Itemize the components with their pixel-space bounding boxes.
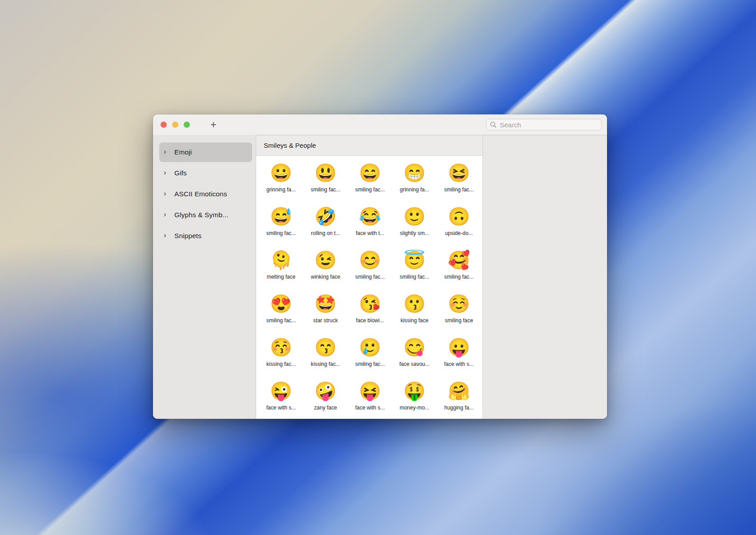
sidebar-item-emoji[interactable]: › Emoji xyxy=(159,142,252,162)
emoji-label: smiling face xyxy=(445,317,473,324)
emoji-cell[interactable]: 😁 grinning fa... xyxy=(392,156,437,199)
emoji-cell[interactable]: 🫠 melting face xyxy=(259,243,303,287)
emoji-cell[interactable]: 😋 face savou... xyxy=(392,330,437,374)
detail-panel xyxy=(483,135,607,419)
search-input[interactable] xyxy=(499,121,598,129)
new-tab-button[interactable]: + xyxy=(208,120,219,129)
emoji-glyph: 😛 xyxy=(448,336,470,359)
emoji-cell[interactable]: 😗 kissing face xyxy=(392,287,437,330)
emoji-label: grinning fa... xyxy=(266,186,296,193)
emoji-cell[interactable]: 🤪 zany face xyxy=(303,374,348,417)
emoji-glyph: 😗 xyxy=(403,292,426,315)
emoji-cell[interactable]: 😄 smiling fac... xyxy=(348,156,392,199)
emoji-cell[interactable]: 🥰 smiling fac... xyxy=(437,243,481,287)
sidebar-item-label: Gifs xyxy=(174,169,187,177)
emoji-glyph: 😘 xyxy=(359,292,381,315)
emoji-label: smiling fac... xyxy=(355,186,385,193)
emoji-cell[interactable]: 😝 face with s... xyxy=(348,374,392,417)
emoji-grid: 😀 grinning fa... 😃 smiling fac... 😄 smil… xyxy=(256,156,483,419)
search-field[interactable] xyxy=(486,119,602,130)
zoom-button[interactable] xyxy=(184,122,190,128)
emoji-cell[interactable]: 😚 kissing fac... xyxy=(259,330,303,374)
emoji-label: smiling fac... xyxy=(444,186,474,193)
emoji-cell[interactable]: 😂 face with t... xyxy=(348,199,392,243)
sidebar-item-glyphs-symb[interactable]: › Glyphs & Symb... xyxy=(159,205,252,225)
emoji-cell[interactable]: 😉 winking face xyxy=(303,243,348,287)
minimize-button[interactable] xyxy=(172,122,178,128)
emoji-cell[interactable]: 🤗 hugging fa... xyxy=(437,374,481,417)
sidebar-list: › Emoji › Gifs › ASCII Emoticons › Glyph… xyxy=(153,142,256,246)
emoji-cell[interactable]: 🤣 rolling on t... xyxy=(303,199,348,243)
close-button[interactable] xyxy=(161,122,167,128)
emoji-glyph: 🥰 xyxy=(448,248,470,272)
emoji-label: smiling fac... xyxy=(266,317,296,324)
emoji-label: slightly sm... xyxy=(400,230,429,237)
emoji-glyph: 🤣 xyxy=(314,205,337,228)
emoji-cell[interactable]: 🙂 slightly sm... xyxy=(392,199,437,243)
emoji-cell[interactable]: 🙃 upside-do... xyxy=(437,199,481,243)
emoji-glyph: 😜 xyxy=(270,379,292,402)
emoji-label: face with s... xyxy=(355,404,385,411)
emoji-label: kissing face xyxy=(401,317,429,324)
sidebar-item-label: Glyphs & Symb... xyxy=(174,211,228,219)
emoji-label: smiling fac... xyxy=(355,273,385,280)
emoji-cell[interactable]: 😜 face with s... xyxy=(259,374,303,417)
emoji-cell[interactable]: 🤑 money-mo... xyxy=(392,374,437,417)
emoji-glyph: 😝 xyxy=(359,379,381,402)
emoji-glyph: 😂 xyxy=(359,205,381,228)
emoji-label: face with s... xyxy=(266,404,296,411)
emoji-cell[interactable]: 😃 smiling fac... xyxy=(303,156,348,199)
emoji-cell[interactable]: ☺️ smiling face xyxy=(437,287,481,330)
emoji-label: star struck xyxy=(313,317,338,324)
emoji-cell[interactable]: 😇 smiling fac... xyxy=(392,243,437,287)
emoji-picker-window: + › Emoji › Gifs › ASCII Emoticons › Gly… xyxy=(153,114,607,419)
sidebar-item-snippets[interactable]: › Snippets xyxy=(159,226,252,246)
emoji-label: face blowi... xyxy=(356,317,384,324)
emoji-glyph: 😃 xyxy=(314,161,337,184)
chevron-right-icon: › xyxy=(164,231,174,240)
chevron-right-icon: › xyxy=(164,147,174,156)
window-titlebar[interactable]: + xyxy=(153,114,607,135)
sidebar-item-label: Snippets xyxy=(174,232,201,240)
emoji-cell[interactable]: 😘 face blowi... xyxy=(348,287,392,330)
emoji-glyph: 😁 xyxy=(403,161,426,184)
traffic-lights xyxy=(161,122,190,128)
emoji-label: face with s... xyxy=(444,361,474,368)
emoji-cell[interactable]: 😍 smiling fac... xyxy=(259,287,303,330)
emoji-glyph: 🤪 xyxy=(314,379,337,402)
sidebar-item-gifs[interactable]: › Gifs xyxy=(159,163,252,183)
emoji-label: rolling on t... xyxy=(311,230,340,237)
emoji-glyph: 😀 xyxy=(270,161,292,184)
emoji-cell[interactable]: 🤩 star struck xyxy=(303,287,348,330)
emoji-cell[interactable]: 😅 smiling fac... xyxy=(259,199,303,243)
emoji-cell[interactable]: 😊 smiling fac... xyxy=(348,243,392,287)
emoji-label: grinning fa... xyxy=(400,186,429,193)
emoji-glyph: 🤩 xyxy=(314,292,337,315)
emoji-label: smiling fac... xyxy=(400,273,430,280)
emoji-cell[interactable]: 😙 kissing fac... xyxy=(303,330,348,374)
section-title: Smileys & People xyxy=(264,142,316,149)
emoji-label: money-mo... xyxy=(400,404,430,411)
emoji-label: kissing fac... xyxy=(311,361,340,368)
sidebar-item-ascii-emoticons[interactable]: › ASCII Emoticons xyxy=(159,184,252,204)
emoji-glyph: 🫠 xyxy=(270,248,292,272)
emoji-glyph: 😋 xyxy=(403,336,426,359)
emoji-label: smiling fac... xyxy=(444,273,474,280)
emoji-cell[interactable]: 😆 smiling fac... xyxy=(437,156,481,199)
sidebar-item-label: Emoji xyxy=(174,148,192,156)
emoji-label: face with t... xyxy=(356,230,384,237)
emoji-cell[interactable]: 🥲 smiling fac... xyxy=(348,330,392,374)
emoji-label: hugging fa... xyxy=(444,404,474,411)
emoji-glyph: 😚 xyxy=(270,336,292,359)
emoji-glyph: 🙃 xyxy=(448,205,470,228)
main-panel: Smileys & People 😀 grinning fa... 😃 smil… xyxy=(256,135,483,419)
window-content: › Emoji › Gifs › ASCII Emoticons › Glyph… xyxy=(153,135,607,419)
emoji-glyph: 😅 xyxy=(270,205,292,228)
emoji-glyph: 🥲 xyxy=(359,336,381,359)
emoji-glyph: 😊 xyxy=(359,248,381,272)
emoji-label: upside-do... xyxy=(445,230,473,237)
emoji-glyph: 😙 xyxy=(314,336,337,359)
emoji-cell[interactable]: 😀 grinning fa... xyxy=(259,156,303,199)
emoji-cell[interactable]: 😛 face with s... xyxy=(437,330,481,374)
emoji-label: smiling fac... xyxy=(311,186,341,193)
